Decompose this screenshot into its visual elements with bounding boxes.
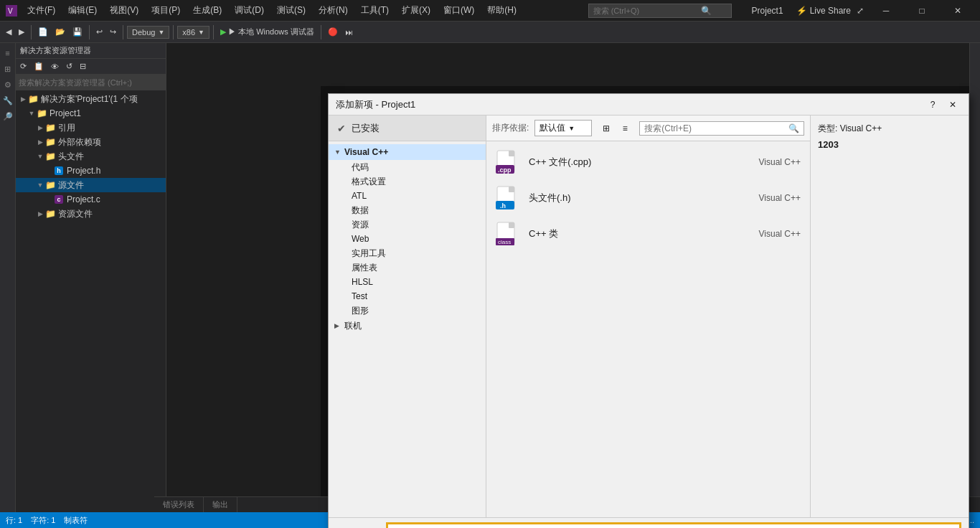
name-row: 名称(N): [337, 524, 960, 528]
tree-indent [19, 209, 36, 219]
dialog-search-input[interactable] [644, 123, 788, 133]
file-info: C++ 类 [529, 227, 729, 240]
status-col: 字符: 1 [31, 515, 55, 526]
tree-item[interactable]: ▼📁Project1 [16, 106, 166, 121]
category-arrow-icon: ▼ [334, 148, 344, 156]
category-sub-item[interactable]: 资源 [329, 217, 486, 232]
side-icon-bar: ≡ ⊞ ⚙ 🔧 🔎 [0, 43, 16, 512]
bottom-tab[interactable]: 输出 [204, 497, 237, 512]
category-sub-item[interactable]: HLSL [329, 275, 486, 289]
se-search-input[interactable] [19, 78, 163, 87]
side-icon-2[interactable]: ⊞ [1, 62, 15, 76]
solution-explorer-search[interactable] [16, 75, 166, 90]
menu-item[interactable]: 编辑(E) [62, 3, 103, 18]
category-sub-item[interactable]: 格式设置 [329, 174, 486, 189]
sort-dropdown[interactable]: 默认值 ▼ [534, 120, 592, 136]
toolbar-redo[interactable]: ↪ [107, 26, 119, 38]
file-list-item[interactable]: class C++ 类Visual C++ [489, 216, 807, 252]
toolbar-back[interactable]: ◀ [3, 26, 14, 38]
sep2 [89, 25, 90, 39]
menu-item[interactable]: 调试(D) [229, 3, 270, 18]
toolbar-breakpoint[interactable]: 🔴 [325, 26, 341, 38]
tree-item[interactable]: hProject.h [16, 164, 166, 178]
category-sub-item[interactable]: 实用工具 [329, 246, 486, 260]
tree-item[interactable]: ▼📁头文件 [16, 149, 166, 164]
live-share-button[interactable]: ⚡ Live Share [796, 6, 851, 16]
category-sub-item[interactable]: 图形 [329, 303, 486, 318]
dialog-search-box[interactable]: 🔍 [639, 121, 804, 136]
run-label: ▶ 本地 Windows 调试器 [228, 27, 314, 37]
toolbar-new[interactable]: 📄 [35, 26, 51, 38]
menu-item[interactable]: 视图(V) [104, 3, 144, 18]
right-scrollbar[interactable] [969, 43, 980, 512]
dialog-close-button[interactable]: ✕ [944, 97, 961, 113]
menu-item[interactable]: 帮助(H) [481, 3, 522, 18]
menu-item[interactable]: 测试(S) [271, 3, 311, 18]
category-sub-item[interactable]: ATL [329, 189, 486, 203]
name-input[interactable] [387, 524, 960, 528]
se-sync-btn[interactable]: ⟳ [17, 60, 29, 72]
tree-item[interactable]: ▼📁源文件 [16, 178, 166, 192]
dialog-bottom-panel: 名称(N): 位置(L): ▼ 浏览(B)... 添加(A) 取消 [329, 517, 969, 528]
side-icon-4[interactable]: 🔧 [1, 93, 15, 108]
file-list-item[interactable]: .h 头文件(.h)Visual C++ [489, 180, 807, 216]
global-search-input[interactable] [593, 6, 701, 15]
category-sub-item[interactable]: Test [329, 289, 486, 303]
tree-item[interactable]: ▶📁引用 [16, 121, 166, 135]
side-icon-1[interactable]: ≡ [1, 46, 15, 60]
se-show-all-btn[interactable]: 👁 [48, 61, 62, 72]
tree-item[interactable]: cProject.c [16, 192, 166, 207]
category-sub-item[interactable]: 代码 [329, 160, 486, 174]
category-item[interactable]: ▼Visual C++ [329, 144, 486, 160]
close-button[interactable]: ✕ [941, 0, 974, 22]
dialog-help-button[interactable]: ? [924, 97, 941, 113]
toolbar-open[interactable]: 📂 [52, 26, 68, 38]
file-list-item[interactable]: .cpp C++ 文件(.cpp)Visual C++ [489, 144, 807, 180]
menu-item[interactable]: 工具(T) [355, 3, 395, 18]
svg-text:V: V [8, 7, 13, 15]
menu-item[interactable]: 生成(B) [187, 3, 227, 18]
dialog-window-controls: ? ✕ [924, 97, 961, 113]
title-bar-right: ⚡ Live Share ⤢ ─ □ ✕ [796, 0, 974, 22]
status-tab: 制表符 [64, 515, 88, 526]
list-view-button[interactable]: ≡ [616, 120, 633, 137]
menu-item[interactable]: 分析(N) [313, 3, 354, 18]
restore-button[interactable]: □ [905, 0, 938, 22]
toolbar-step[interactable]: ⏭ [342, 27, 356, 38]
category-sub-item[interactable]: 属性表 [329, 260, 486, 275]
sort-label: 排序依据: [492, 122, 529, 134]
category-sub-item[interactable]: 数据 [329, 203, 486, 217]
minimize-button[interactable]: ─ [870, 0, 903, 22]
debug-config-dropdown[interactable]: Debug ▼ [127, 26, 169, 39]
category-item[interactable]: ▶联机 [329, 318, 486, 334]
file-info: 头文件(.h) [529, 192, 729, 204]
run-button[interactable]: ▶ ▶ 本地 Windows 调试器 [217, 25, 317, 39]
category-arrow-icon: ▶ [334, 322, 344, 329]
app-icon: V [6, 5, 17, 16]
side-icon-3[interactable]: ⚙ [1, 77, 15, 92]
menu-item[interactable]: 文件(F) [22, 3, 61, 18]
toolbar-forward[interactable]: ▶ [16, 26, 27, 38]
grid-view-button[interactable]: ⊞ [598, 120, 615, 137]
tree-item[interactable]: ▶📁资源文件 [16, 207, 166, 221]
solution-explorer-toolbar: ⟳ 📋 👁 ↺ ⊟ [16, 59, 166, 75]
toolbar-undo[interactable]: ↩ [93, 26, 105, 38]
file-name-label: 头文件(.h) [529, 192, 729, 204]
menu-item[interactable]: 窗口(W) [438, 3, 480, 18]
dialog-titlebar: 添加新项 - Project1 ? ✕ [329, 94, 969, 116]
toolbar-save[interactable]: 💾 [70, 26, 85, 38]
platform-dropdown[interactable]: x86 ▼ [177, 26, 209, 39]
editor-area: 添加新项 - Project1 ? ✕ ✔ 已安装 [166, 43, 969, 512]
bottom-tab[interactable]: 错误列表 [154, 497, 204, 512]
tree-item[interactable]: ▶📁外部依赖项 [16, 135, 166, 149]
menu-item[interactable]: 项目(P) [146, 3, 186, 18]
category-sub-item[interactable]: Web [329, 232, 486, 246]
dialog-files-panel: 排序依据: 默认值 ▼ ⊞ ≡ 🔍 [486, 116, 811, 517]
global-search-box[interactable]: 🔍 [588, 4, 732, 18]
se-prop-btn[interactable]: 📋 [31, 60, 47, 72]
side-icon-5[interactable]: 🔎 [1, 109, 15, 123]
menu-item[interactable]: 扩展(X) [396, 3, 436, 18]
se-refresh-btn[interactable]: ↺ [63, 60, 75, 72]
tree-item[interactable]: ▶📁解决方案'Project1'(1 个项 [16, 92, 166, 106]
se-collapse-btn[interactable]: ⊟ [77, 60, 89, 72]
